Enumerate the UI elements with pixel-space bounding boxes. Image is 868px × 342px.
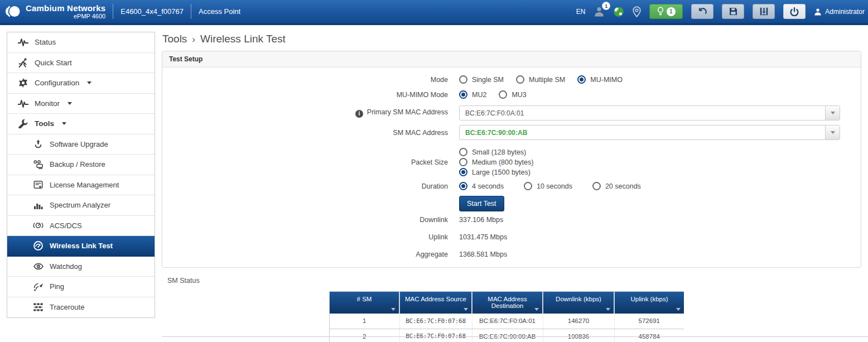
mu-mimo-option-mu2[interactable]: MU2 — [459, 90, 486, 99]
sidebar-item-software-upgrade[interactable]: Software Upgrade — [7, 134, 155, 155]
page-title: Wireless Link Test — [200, 33, 286, 45]
sidebar-item-label: Wireless Link Test — [50, 242, 113, 250]
upgrade-icon — [33, 139, 44, 148]
sort-icon[interactable] — [464, 308, 468, 311]
sidebar-item-configuration[interactable]: Configuration — [7, 73, 155, 94]
gear-icon — [17, 78, 28, 88]
caret-down-icon — [87, 81, 91, 84]
info-icon[interactable]: i — [355, 110, 363, 118]
top-bar: Cambium Networks ePMP 4600 E4600_4x4_f00… — [0, 0, 868, 25]
gauge-waves-icon — [33, 221, 44, 229]
duration-option-10s[interactable]: 10 seconds — [524, 182, 572, 190]
mode-option-single-sm[interactable]: Single SM — [459, 75, 504, 84]
radio-icon[interactable] — [499, 90, 507, 99]
sidebar-item-spectrum-analyzer[interactable]: Spectrum Analyzer — [7, 195, 155, 216]
start-test-button[interactable]: Start Test — [459, 196, 504, 211]
radio-icon[interactable] — [459, 148, 467, 156]
sidebar-item-license-management[interactable]: License Management — [7, 175, 155, 196]
mode-option-mu-mimo[interactable]: MU-MIMO — [577, 75, 623, 84]
caret-down-icon — [67, 102, 72, 105]
breadcrumb-section[interactable]: Tools — [162, 33, 187, 45]
column-header-downlink[interactable]: Downlink (kbps) — [543, 292, 614, 314]
language-selector[interactable]: EN — [576, 8, 586, 16]
undo-button[interactable] — [691, 4, 713, 19]
duration-option-20s[interactable]: 20 seconds — [592, 182, 641, 190]
account-icon — [814, 8, 822, 16]
sidebar-item-label: Monitor — [35, 99, 60, 108]
radio-icon[interactable] — [459, 90, 467, 99]
panel-title: Test Setup — [162, 51, 861, 68]
packet-size-label: Packet Size — [162, 158, 448, 166]
caret-down-icon — [62, 122, 66, 125]
radio-icon[interactable] — [577, 75, 586, 84]
cell-sm-number: 2 — [330, 329, 399, 342]
notification-count-badge: 1 — [667, 7, 676, 16]
save-button[interactable] — [722, 4, 744, 19]
connected-users-indicator[interactable]: 1 — [594, 6, 605, 17]
sidebar-item-wireless-link-test[interactable]: Wireless Link Test — [7, 236, 155, 257]
sidebar-item-monitor[interactable]: Monitor — [7, 94, 155, 114]
sort-icon[interactable] — [676, 308, 681, 311]
uplink-value: 1031.475 Mbps — [459, 233, 507, 241]
radio-icon[interactable] — [524, 182, 532, 190]
location-pin-icon — [633, 6, 641, 17]
packet-size-option-large[interactable]: Large (1500 bytes) — [459, 168, 531, 176]
sm-mac-value: BC:E6:7C:90:00:AB — [460, 129, 825, 137]
sidebar-item-traceroute[interactable]: Traceroute — [7, 297, 155, 318]
chevron-down-icon — [831, 131, 835, 134]
breadcrumb-separator-icon: › — [192, 34, 195, 45]
packet-size-option-small[interactable]: Small (128 bytes) — [459, 148, 526, 156]
sidebar-item-tools[interactable]: Tools — [7, 114, 155, 134]
sidebar-item-ping[interactable]: Ping — [7, 277, 155, 297]
radio-icon[interactable] — [516, 75, 524, 84]
wrench-icon — [17, 119, 28, 128]
traceroute-icon — [33, 303, 44, 311]
pulse-icon — [17, 99, 28, 108]
cell-downlink: 190836 — [543, 329, 614, 342]
duration-option-4s[interactable]: 4 seconds — [459, 182, 504, 190]
cell-downlink: 146270 — [543, 314, 614, 329]
radio-icon[interactable] — [459, 158, 467, 166]
sort-icon[interactable] — [534, 308, 539, 311]
sidebar-item-watchdog[interactable]: Watchdog — [7, 257, 155, 277]
column-header-mac-destination[interactable]: MAC Address Destination — [472, 292, 543, 314]
dropdown-arrow-button[interactable] — [825, 106, 840, 120]
mu-mimo-option-mu3[interactable]: MU3 — [499, 90, 526, 99]
sidebar-item-quick-start[interactable]: Quick Start — [7, 53, 155, 74]
column-header-uplink[interactable]: Uplink (kbps) — [614, 292, 684, 314]
primary-sm-mac-select[interactable]: BC:E6:7C:F0:0A:01 — [459, 105, 840, 121]
sidebar-item-acs-dcs[interactable]: ACS/DCS — [7, 216, 155, 237]
cambium-logo-icon — [4, 3, 22, 20]
speedometer-icon — [33, 241, 44, 251]
account-menu[interactable]: Administrator — [814, 8, 865, 16]
reboot-button[interactable] — [783, 4, 806, 19]
sm-mac-label: SM MAC Address — [162, 129, 448, 137]
sidebar-item-backup-restore[interactable]: Backup / Restore — [7, 155, 155, 175]
cell-mac-destination: BC:E6:7C:F0:0A:01 — [472, 314, 543, 329]
notifications-button[interactable]: 1 — [649, 4, 683, 19]
column-header-sm[interactable]: # SM — [330, 292, 399, 314]
firmware-install-button[interactable] — [753, 4, 775, 19]
radio-icon[interactable] — [459, 168, 467, 176]
mode-option-multiple-sm[interactable]: Multiple SM — [516, 75, 565, 84]
globe-icon — [613, 6, 624, 17]
location-status[interactable] — [633, 6, 641, 17]
cell-uplink: 572691 — [614, 314, 684, 329]
duration-label: Duration — [162, 182, 448, 190]
radio-icon[interactable] — [459, 75, 467, 84]
sidebar-item-status[interactable]: Status — [7, 32, 155, 53]
column-header-mac-source[interactable]: MAC Address Source — [399, 292, 472, 314]
downlink-label: Downlink — [162, 216, 448, 224]
radio-icon[interactable] — [459, 182, 467, 190]
dropdown-arrow-button[interactable] — [825, 126, 840, 139]
sidebar-item-label: Tools — [35, 119, 54, 128]
sidebar-item-label: Watchdog — [50, 262, 82, 271]
sm-mac-select[interactable]: BC:E6:7C:90:00:AB — [459, 125, 840, 140]
breadcrumb: Tools›Wireless Link Test — [162, 33, 861, 45]
packet-size-option-medium[interactable]: Medium (800 bytes) — [459, 158, 533, 166]
sort-icon[interactable] — [391, 308, 396, 311]
radio-icon[interactable] — [592, 182, 601, 190]
uplink-label: Uplink — [162, 233, 448, 241]
sort-icon[interactable] — [606, 308, 610, 311]
internet-status[interactable] — [613, 6, 624, 17]
